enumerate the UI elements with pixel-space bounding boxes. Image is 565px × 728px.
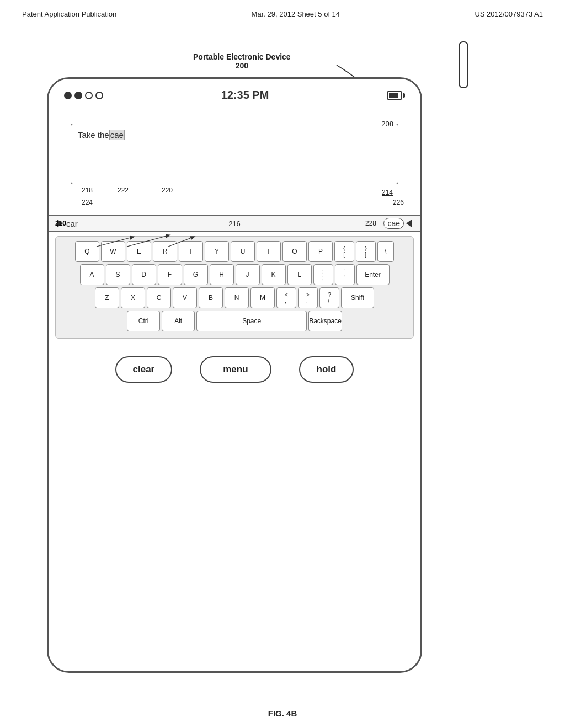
menu-button[interactable]: menu <box>200 356 271 383</box>
key-k[interactable]: K <box>262 264 286 285</box>
key-alt[interactable]: Alt <box>162 311 195 331</box>
bottom-buttons: clear menu hold <box>49 356 420 383</box>
key-b[interactable]: B <box>199 287 223 308</box>
ref-214-label: 214 <box>382 189 393 196</box>
signal-dot-3 <box>85 92 93 99</box>
text-content: Take the cae <box>78 130 391 140</box>
signal-dot-1 <box>64 92 72 99</box>
ref-228-label: 228 <box>365 220 376 227</box>
key-o[interactable]: O <box>282 241 307 262</box>
key-r[interactable]: R <box>153 241 177 262</box>
battery-tip <box>403 93 405 98</box>
battery-fill <box>389 93 398 98</box>
device-ref: 200 <box>193 61 291 70</box>
key-ctrl[interactable]: Ctrl <box>127 311 160 331</box>
key-s[interactable]: S <box>106 264 130 285</box>
key-f[interactable]: F <box>158 264 182 285</box>
ref-226-label: 226 <box>393 199 404 206</box>
keyboard-row-3: Z X C V B N M <, >. ?/ Shift <box>59 287 410 308</box>
key-brace-close[interactable]: }] <box>356 241 376 262</box>
key-l[interactable]: L <box>287 264 312 285</box>
battery-body <box>387 91 402 100</box>
hold-button[interactable]: hold <box>299 356 354 383</box>
key-d[interactable]: D <box>132 264 156 285</box>
key-p[interactable]: P <box>308 241 333 262</box>
ref-208: 208 <box>381 120 393 128</box>
ref-216-label: 216 <box>228 220 241 228</box>
right-word-bubble: cae <box>383 218 404 229</box>
ref-218-label: 218 <box>82 186 93 194</box>
key-brace-open[interactable]: {[ <box>334 241 354 262</box>
header-right: US 2012/0079373 A1 <box>475 10 543 18</box>
key-c[interactable]: C <box>147 287 171 308</box>
key-lt[interactable]: <, <box>276 287 296 308</box>
ref-210-inside: 210 <box>55 220 66 227</box>
suggestion-bar: 210 car 216 228 cae <box>49 215 420 232</box>
keyboard: Q W E R T Y U I O P {[ }] \ A S D F G H … <box>55 236 414 339</box>
device-outline: 12:35 PM 208 Take the cae 218 222 220 22… <box>47 77 422 673</box>
figure-caption: FIG. 4B <box>0 709 565 718</box>
antenna <box>459 41 468 88</box>
ref-224-label: 224 <box>82 199 93 206</box>
header-left: Patent Application Publication <box>22 10 116 18</box>
ref-222-label: 222 <box>118 186 129 194</box>
keyboard-row-4: Ctrl Alt Space Backspace <box>59 311 410 331</box>
selected-word: cae <box>109 130 125 140</box>
patent-header: Patent Application Publication Mar. 29, … <box>0 0 565 24</box>
battery-icon <box>387 91 405 100</box>
key-v[interactable]: V <box>173 287 197 308</box>
header-center: Mar. 29, 2012 Sheet 5 of 14 <box>252 10 340 18</box>
key-x[interactable]: X <box>121 287 145 308</box>
key-y[interactable]: Y <box>205 241 229 262</box>
key-backspace[interactable]: Backspace <box>308 311 342 331</box>
key-slash[interactable]: ?/ <box>319 287 339 308</box>
key-j[interactable]: J <box>236 264 260 285</box>
device-label: Portable Electronic Device 200 <box>193 52 291 70</box>
signal-dot-4 <box>95 92 103 99</box>
key-backslash[interactable]: \ <box>377 241 394 262</box>
clear-button[interactable]: clear <box>115 356 173 383</box>
keyboard-row-2: A S D F G H J K L :; "' Enter <box>59 264 410 285</box>
signal-dot-2 <box>74 92 82 99</box>
key-enter[interactable]: Enter <box>356 264 390 285</box>
keyboard-row-1: Q W E R T Y U I O P {[ }] \ <box>59 241 410 262</box>
key-q[interactable]: Q <box>75 241 99 262</box>
suggestion-right: cae <box>383 218 412 229</box>
key-w[interactable]: W <box>101 241 125 262</box>
key-i[interactable]: I <box>257 241 281 262</box>
text-before: Take the <box>78 130 109 140</box>
key-m[interactable]: M <box>250 287 275 308</box>
key-u[interactable]: U <box>231 241 255 262</box>
key-gt[interactable]: >. <box>298 287 318 308</box>
ref-220-label: 220 <box>162 186 173 194</box>
key-quote[interactable]: "' <box>335 264 355 285</box>
key-a[interactable]: A <box>80 264 104 285</box>
suggestion-left-word: car <box>66 219 78 228</box>
key-n[interactable]: N <box>225 287 249 308</box>
text-area-wrapper: 208 Take the cae 218 222 220 224 226 214 <box>60 124 409 184</box>
key-shift[interactable]: Shift <box>341 287 374 308</box>
key-t[interactable]: T <box>179 241 203 262</box>
signal-dots <box>64 92 103 99</box>
triangle-left-icon <box>406 220 412 227</box>
key-g[interactable]: G <box>184 264 208 285</box>
status-bar: 12:35 PM <box>49 79 420 107</box>
device-title: Portable Electronic Device <box>193 52 291 61</box>
key-space[interactable]: Space <box>196 311 307 331</box>
key-semicolon[interactable]: :; <box>313 264 333 285</box>
key-e[interactable]: E <box>127 241 151 262</box>
key-h[interactable]: H <box>210 264 234 285</box>
time-display: 12:35 PM <box>221 89 269 101</box>
text-area[interactable]: 208 Take the cae <box>71 124 398 184</box>
key-z[interactable]: Z <box>95 287 119 308</box>
